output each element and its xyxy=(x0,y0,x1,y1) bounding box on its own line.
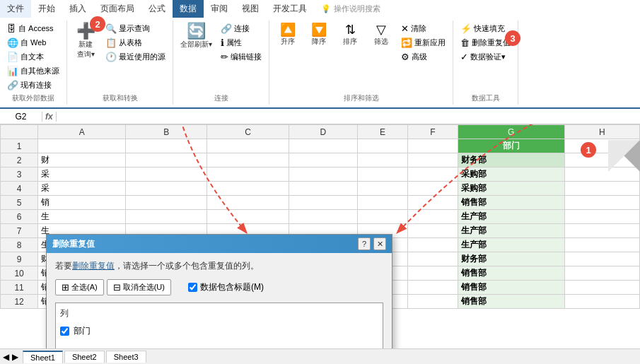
btn-advanced[interactable]: ⚙ 高级 xyxy=(398,50,448,64)
badge-1: 1 xyxy=(581,142,596,158)
dialog-close-btn[interactable]: ✕ xyxy=(373,237,386,250)
ribbon-group-sort: 🔼 升序 🔽 降序 ⇅ 排序 ▽ 筛选 ✕ xyxy=(269,20,453,105)
badge-2: 2 xyxy=(90,16,105,32)
sort-asc-icon: 🔼 xyxy=(280,23,296,36)
sheet-tab-3[interactable]: Sheet3 xyxy=(106,351,146,363)
group-data-tools-label: 数据工具 xyxy=(472,92,500,103)
props-icon: ℹ xyxy=(221,37,224,48)
from-table-icon: 📋 xyxy=(105,37,117,48)
btn-existing-connection[interactable]: 🔗 现有连接 xyxy=(4,78,54,92)
sheet-wrapper: A B C D E F G H 1 xyxy=(0,124,640,348)
btn-access[interactable]: 🗄 自 Access xyxy=(4,22,57,35)
btn-data-validation[interactable]: ✓ 数据验证▾ xyxy=(458,50,508,64)
group-connection-label: 连接 xyxy=(214,92,228,103)
dialog-list-header: 列 xyxy=(60,307,378,319)
btn-recent-sources[interactable]: 🕐 最近使用的源 xyxy=(103,50,168,64)
btn-connection[interactable]: 🔗 连接 xyxy=(218,22,264,35)
btn-sort-desc[interactable]: 🔽 降序 xyxy=(305,22,333,48)
btn-reapply[interactable]: 🔁 重新应用 xyxy=(398,36,448,49)
tab-page-layout[interactable]: 页面布局 xyxy=(93,0,141,18)
btn-edit-links-label: 编辑链接 xyxy=(231,52,262,62)
search-hint: 操作说明搜索 xyxy=(334,4,380,14)
btn-other-label: 自其他来源 xyxy=(21,66,59,76)
btn-refresh-all[interactable]: 🔄 全部刷新▾ xyxy=(178,22,215,51)
sheet-tab-1[interactable]: Sheet1 xyxy=(23,351,63,363)
tab-view[interactable]: 视图 xyxy=(235,0,266,18)
dialog-title-controls: ? ✕ xyxy=(358,237,386,250)
sort-desc-icon: 🔽 xyxy=(311,23,327,36)
ribbon-body: 🗄 自 Access 🌐 自 Web 📄 自文本 📊 自其他来源 🔗 xyxy=(0,18,640,109)
recent-icon: 🕐 xyxy=(105,52,117,62)
btn-show-query[interactable]: 🔍 显示查询 xyxy=(103,22,168,35)
tab-home[interactable]: 开始 xyxy=(31,0,62,18)
btn-sort-asc[interactable]: 🔼 升序 xyxy=(274,22,302,48)
formula-bar: G2 fx xyxy=(0,109,640,124)
conn-icon: 🔗 xyxy=(221,23,232,34)
dialog-help-btn[interactable]: ? xyxy=(358,237,371,250)
btn-clear[interactable]: ✕ 清除 xyxy=(398,22,448,35)
dialog-btn-row: ⊞ 全选(A) ⊟ 取消全选(U) 数据包含标题(M) xyxy=(55,279,383,295)
data-validation-icon: ✓ xyxy=(460,52,468,62)
btn-sort-label: 排序 xyxy=(343,37,357,47)
dialog-desc-highlight: 删除重复值 xyxy=(72,261,115,271)
btn-remove-duplicates[interactable]: 🗑 删除重复值 3 xyxy=(458,36,513,49)
btn-filter[interactable]: ▽ 筛选 xyxy=(367,22,395,48)
select-all-icon: ⊞ xyxy=(62,282,69,293)
btn-flash-fill[interactable]: ⚡ 快速填充 xyxy=(458,22,508,35)
btn-web[interactable]: 🌐 自 Web xyxy=(4,36,49,49)
btn-sort[interactable]: ⇅ 排序 xyxy=(336,22,364,48)
btn-reapply-label: 重新应用 xyxy=(414,37,446,48)
main-area: A B C D E F G H 1 xyxy=(0,124,640,364)
btn-props-label: 属性 xyxy=(226,37,242,48)
btn-conn-label: 连接 xyxy=(234,23,250,34)
btn-flash-fill-label: 快速填充 xyxy=(474,23,505,34)
btn-select-all-label: 全选(A) xyxy=(71,282,98,293)
connection-icon: 🔗 xyxy=(7,80,18,90)
dialog-list-item[interactable]: 部门 xyxy=(60,324,378,339)
sheet-tab-2[interactable]: Sheet2 xyxy=(64,351,105,363)
sheet-nav-left[interactable]: ◀ xyxy=(3,352,9,362)
dialog-body: 若要删除重复值，请选择一个或多个包含重复值的列。 ⊞ 全选(A) ⊟ 取消全选(… xyxy=(47,253,392,348)
btn-sort-desc-label: 降序 xyxy=(312,37,326,47)
tab-developer[interactable]: 开发工具 xyxy=(266,0,314,18)
group-transform-label: 获取和转换 xyxy=(103,92,138,103)
sheet-nav-right[interactable]: ▶ xyxy=(12,352,18,362)
formula-icons: fx xyxy=(42,112,57,122)
tab-review[interactable]: 审阅 xyxy=(204,0,235,18)
tab-file[interactable]: 文件 xyxy=(0,0,31,18)
group-sort-label: 排序和筛选 xyxy=(344,92,379,103)
remove-dup-icon: 🗑 xyxy=(460,37,470,48)
tab-data[interactable]: 数据 xyxy=(173,0,204,18)
filter-icon: ▽ xyxy=(376,23,386,36)
ribbon-group-external-data: 🗄 自 Access 🌐 自 Web 📄 自文本 📊 自其他来源 🔗 xyxy=(0,20,67,105)
btn-new-query[interactable]: ➕ 新建查询▾ 2 xyxy=(71,22,100,61)
advanced-icon: ⚙ xyxy=(401,52,409,62)
cell-ref[interactable]: G2 xyxy=(0,112,42,122)
dialog-header-checkbox-row: 数据包含标题(M) xyxy=(188,281,264,293)
edit-links-icon: ✏ xyxy=(221,52,228,62)
ribbon-group-data-tools: ⚡ 快速填充 🗑 删除重复值 3 ✓ 数据验证▾ 数据工具 xyxy=(453,20,518,105)
dialog-title-bar: 删除重复值 ? ✕ xyxy=(47,235,392,253)
btn-show-query-label: 显示查询 xyxy=(119,23,150,34)
ribbon-group-transform: ➕ 新建查询▾ 2 🔍 显示查询 📋 从表格 🕐 xyxy=(67,20,173,105)
web-icon: 🌐 xyxy=(7,37,18,48)
other-sources-icon: 📊 xyxy=(7,66,18,76)
show-query-icon: 🔍 xyxy=(105,23,117,34)
column-checkbox[interactable] xyxy=(60,327,69,336)
flash-fill-icon: ⚡ xyxy=(460,23,472,34)
btn-select-all[interactable]: ⊞ 全选(A) xyxy=(55,279,104,295)
btn-from-table[interactable]: 📋 从表格 xyxy=(103,36,168,49)
ribbon-tabs: 文件 开始 插入 页面布局 公式 数据 审阅 视图 开发工具 💡 操作说明搜索 xyxy=(0,0,640,18)
dialog-description: 若要删除重复值，请选择一个或多个包含重复值的列。 xyxy=(55,260,383,272)
btn-filter-label: 筛选 xyxy=(374,37,388,47)
btn-edit-links[interactable]: ✏ 编辑链接 xyxy=(218,50,264,64)
access-icon: 🗄 xyxy=(7,23,16,34)
btn-data-validation-label: 数据验证▾ xyxy=(470,52,506,62)
tab-insert[interactable]: 插入 xyxy=(62,0,93,18)
btn-text[interactable]: 📄 自文本 xyxy=(4,50,47,64)
btn-deselect-all[interactable]: ⊟ 取消全选(U) xyxy=(107,279,171,295)
header-checkbox[interactable] xyxy=(188,283,197,292)
btn-properties[interactable]: ℹ 属性 xyxy=(218,36,264,49)
tab-formula[interactable]: 公式 xyxy=(141,0,173,18)
btn-other-sources[interactable]: 📊 自其他来源 xyxy=(4,64,62,78)
